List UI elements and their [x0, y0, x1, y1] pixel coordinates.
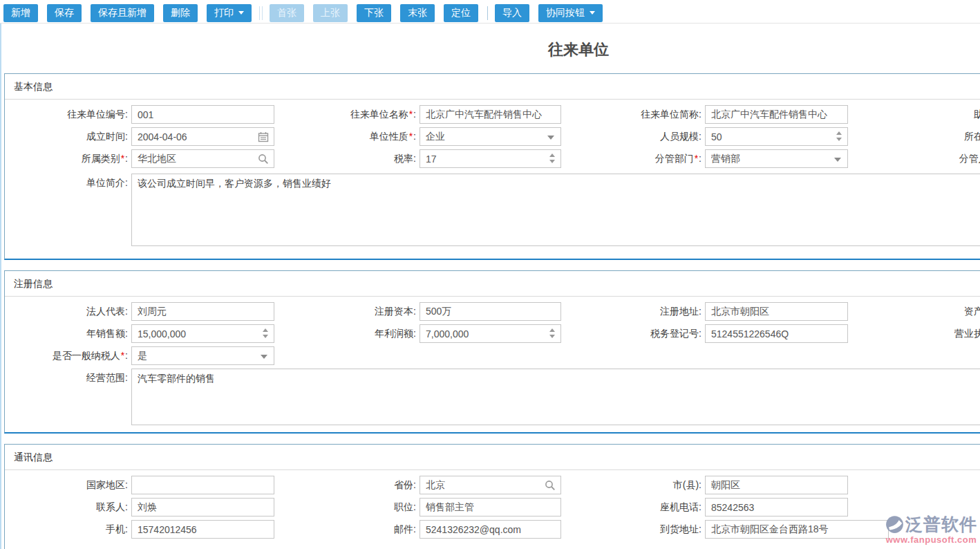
partner-code-input[interactable] — [132, 106, 274, 123]
general-taxpayer-select[interactable] — [131, 346, 274, 365]
delivery-address-input[interactable] — [706, 521, 888, 538]
reg-capital-label: 注册资本: — [274, 302, 420, 321]
chevron-down-icon[interactable] — [834, 158, 841, 162]
position-field — [420, 498, 561, 517]
chevron-down-icon — [238, 11, 244, 15]
reg-capital-field — [420, 302, 561, 321]
import-button[interactable]: 导入 — [495, 4, 529, 22]
last-record-button[interactable]: 末张 — [400, 4, 435, 22]
toolbar-divider — [487, 6, 488, 20]
registration-section-title: 注册信息 — [5, 271, 980, 297]
stepper-down-icon[interactable] — [549, 160, 555, 163]
locate-button[interactable]: 定位 — [444, 4, 478, 22]
staff-size-label: 人员规模: — [561, 127, 705, 146]
chevron-down-icon[interactable] — [547, 136, 554, 140]
partner-code-label: 往来单位编号: — [5, 105, 131, 124]
form-row: 单位简介: 该公司成立时间早，客户资源多，销售业绩好 — [5, 174, 980, 246]
stepper-up-icon[interactable] — [549, 328, 555, 332]
intro-textarea[interactable]: 该公司成立时间早，客户资源多，销售业绩好 — [131, 174, 980, 246]
position-input[interactable] — [420, 499, 560, 516]
next-record-button[interactable]: 下张 — [357, 4, 391, 22]
manager-label: 分管人员*: — [871, 149, 980, 168]
email-input[interactable] — [420, 521, 560, 538]
partner-code-field — [131, 105, 274, 124]
delete-button[interactable]: 删除 — [163, 4, 198, 22]
dept-label: 分管部门*: — [561, 149, 705, 168]
annual-sales-input[interactable] — [132, 325, 274, 342]
number-stepper[interactable] — [836, 131, 842, 141]
category-input[interactable] — [132, 150, 274, 167]
city-input[interactable] — [706, 476, 847, 494]
reg-address-input[interactable] — [706, 303, 847, 320]
collab-button[interactable]: 协同按钮 — [538, 4, 603, 22]
registration-info-section: 注册信息 法人代表: 注册资本: 注册地址: 资产规模: 年销售额: 年利润额:… — [4, 270, 980, 434]
number-stepper[interactable] — [549, 328, 555, 338]
stepper-down-icon[interactable] — [263, 335, 268, 338]
city-label: 市(县): — [561, 476, 705, 494]
contact-info-section: 通讯信息 国家地区: 省份: 市(县): 邮编: 联系人: 职位: 座机电话: — [4, 444, 980, 549]
number-stepper[interactable] — [263, 328, 268, 338]
company-nature-input[interactable] — [420, 128, 560, 145]
country-input[interactable] — [132, 476, 274, 494]
page-title: 往来单位 — [0, 24, 980, 60]
save-button[interactable]: 保存 — [47, 4, 82, 22]
new-button[interactable]: 新增 — [3, 4, 38, 22]
founded-date-input[interactable] — [132, 128, 274, 145]
prev-record-button[interactable]: 上张 — [313, 4, 348, 22]
basic-info-section-title: 基本信息 — [5, 74, 980, 100]
stepper-up-icon[interactable] — [263, 328, 268, 332]
chevron-down-icon — [590, 11, 595, 15]
form-row: 成立时间: 单位性质*: 人员规模: 所在区域: — [5, 127, 980, 146]
partner-name-field — [420, 105, 561, 124]
tax-rate-input[interactable] — [420, 150, 560, 167]
stepper-up-icon[interactable] — [836, 131, 842, 135]
search-icon[interactable] — [545, 480, 556, 491]
email-label: 邮件: — [274, 520, 420, 539]
delivery-address-label: 到货地址: — [561, 520, 705, 539]
province-input[interactable] — [420, 476, 560, 494]
stepper-down-icon[interactable] — [836, 138, 842, 141]
staff-size-input[interactable] — [706, 128, 847, 145]
business-scope-label: 经营范围: — [5, 369, 131, 387]
basic-info-section: 基本信息 往来单位编号: 往来单位名称*: 往来单位简称: 助记码: 成立时间:… — [4, 73, 980, 260]
dept-input[interactable] — [706, 150, 847, 167]
partner-shortname-input[interactable] — [706, 106, 847, 123]
landline-label: 座机电话: — [561, 498, 705, 517]
search-icon[interactable] — [258, 153, 269, 165]
mobile-field — [131, 520, 274, 539]
business-scope-textarea[interactable]: 汽车零部件的销售 — [131, 369, 980, 425]
form-row: 所属类别*: 税率: 分管部门*: 分管人员*: — [5, 149, 980, 168]
collab-button-label: 协同按钮 — [546, 7, 585, 19]
legal-rep-input[interactable] — [132, 303, 274, 320]
contact-person-input[interactable] — [132, 499, 274, 516]
tax-no-input[interactable] — [706, 325, 847, 342]
chevron-down-icon[interactable] — [261, 355, 267, 359]
general-taxpayer-input[interactable] — [132, 347, 274, 364]
company-nature-select[interactable] — [420, 127, 561, 146]
dept-select[interactable] — [705, 149, 848, 168]
number-stepper[interactable] — [549, 153, 555, 163]
partner-form-page: 往来单位 基本信息 往来单位编号: 往来单位名称*: 往来单位简称: 助记码: … — [0, 24, 980, 549]
stepper-down-icon[interactable] — [549, 335, 555, 338]
region-label: 所在区域: — [871, 127, 980, 146]
save-and-new-button[interactable]: 保存且新增 — [91, 4, 154, 22]
mobile-input[interactable] — [132, 521, 274, 538]
calendar-icon[interactable] — [258, 131, 269, 142]
annual-profit-label: 年利润额: — [274, 324, 420, 343]
province-label: 省份: — [274, 476, 420, 494]
category-field — [131, 149, 274, 168]
first-record-button[interactable]: 首张 — [270, 4, 304, 22]
zip-label: 邮编: — [871, 476, 980, 494]
tax-no-label: 税务登记号: — [561, 324, 705, 343]
tax-rate-label: 税率: — [274, 149, 420, 168]
stepper-up-icon[interactable] — [549, 153, 555, 157]
reg-capital-input[interactable] — [420, 303, 560, 320]
form-row: 国家地区: 省份: 市(县): 邮编: — [5, 476, 980, 494]
form-row: 法人代表: 注册资本: 注册地址: 资产规模: — [5, 302, 980, 321]
mobile-label: 手机: — [5, 520, 131, 539]
print-button[interactable]: 打印 — [207, 4, 252, 22]
annual-profit-input[interactable] — [420, 325, 560, 342]
partner-name-input[interactable] — [420, 106, 560, 123]
partner-shortname-field — [705, 105, 848, 124]
landline-input[interactable] — [706, 499, 847, 516]
